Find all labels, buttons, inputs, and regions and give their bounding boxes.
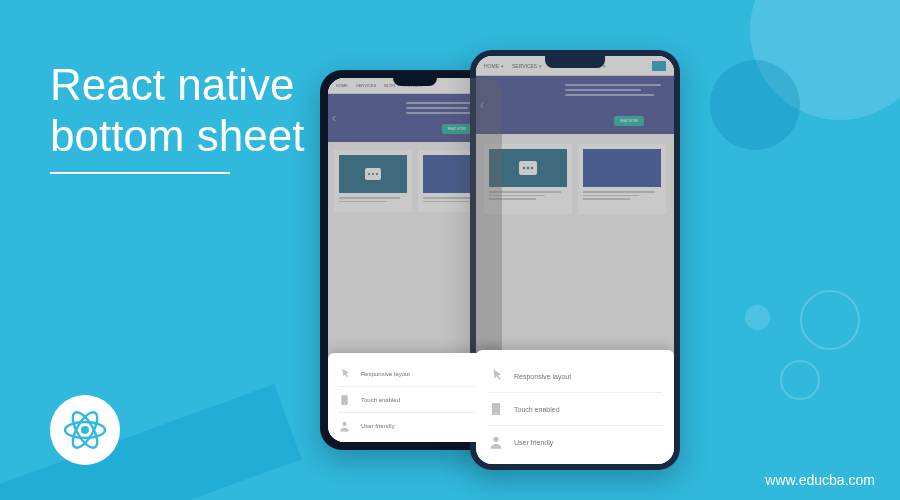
phone-screen: HOME ▾ SERVICES ▾ BLOG ▾ CONTACT ▾ ‹ REA…	[476, 56, 674, 464]
user-icon	[488, 434, 504, 450]
sheet-item-touch[interactable]: Touch enabled	[338, 387, 492, 413]
sheet-label: User friendly	[514, 439, 553, 446]
svg-point-9	[344, 402, 345, 403]
react-icon	[61, 406, 109, 454]
sheet-item-responsive[interactable]: Responsive layout	[338, 361, 492, 387]
phone-front: HOME ▾ SERVICES ▾ BLOG ▾ CONTACT ▾ ‹ REA…	[470, 50, 680, 470]
user-icon	[338, 419, 351, 432]
svg-point-16	[495, 412, 496, 413]
phone-notch	[393, 78, 437, 86]
sheet-item-responsive[interactable]: Responsive layout	[488, 360, 662, 393]
page-title: React native bottom sheet	[50, 60, 304, 169]
sheet-item-user[interactable]: User friendly	[488, 426, 662, 458]
decorative-circle	[780, 360, 820, 400]
title-line-1: React native	[50, 60, 295, 109]
website-url: www.educba.com	[765, 472, 875, 488]
sheet-item-touch[interactable]: Touch enabled	[488, 393, 662, 426]
decorative-circle	[800, 290, 860, 350]
sheet-label: Touch enabled	[514, 406, 560, 413]
decorative-stripe	[0, 384, 302, 500]
pointer-icon	[338, 367, 351, 380]
svg-point-17	[493, 437, 498, 442]
phone-mockups: HOME SERVICES BLOG CONTACT ‹ READ MORE	[320, 50, 750, 480]
react-logo	[50, 395, 120, 465]
pointer-icon	[488, 368, 504, 384]
bottom-sheet[interactable]: Responsive layout Touch enabled User fri…	[476, 350, 674, 464]
svg-point-0	[81, 426, 89, 434]
sheet-label: Responsive layout	[514, 373, 571, 380]
sheet-item-user[interactable]: User friendly	[338, 413, 492, 438]
sheet-label: Responsive layout	[361, 371, 410, 377]
title-line-2: bottom sheet	[50, 111, 304, 160]
sheet-label: User friendly	[361, 423, 395, 429]
touch-icon	[338, 393, 351, 406]
touch-icon	[488, 401, 504, 417]
svg-point-10	[342, 421, 346, 425]
phone-notch	[545, 56, 605, 68]
sheet-label: Touch enabled	[361, 397, 400, 403]
title-underline	[50, 172, 230, 174]
